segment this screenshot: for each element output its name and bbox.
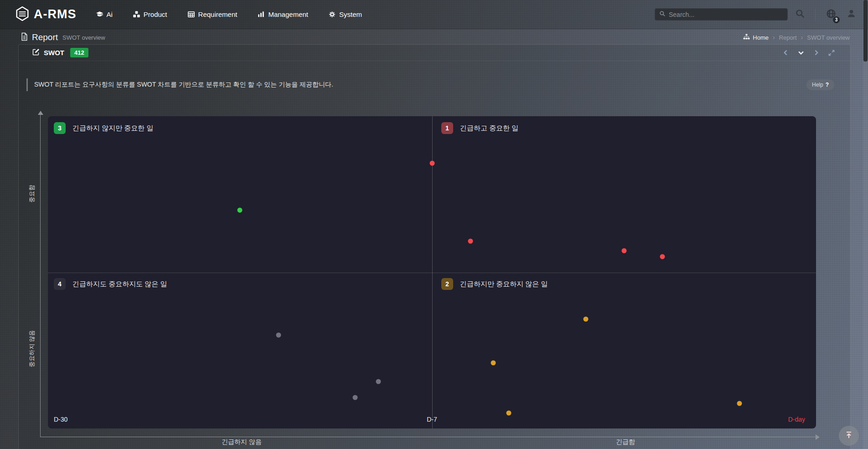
data-point-green[interactable] [238, 207, 243, 212]
bar-chart-icon [257, 10, 265, 18]
menu-label: Management [268, 10, 308, 18]
breadcrumb-current: SWOT overview [807, 34, 850, 41]
description-accent-bar [26, 78, 28, 91]
x-axis-line [40, 437, 816, 437]
quadrant-label-text: 긴급하고 중요한 일 [460, 124, 518, 133]
search-input-icon [659, 10, 666, 19]
quadrant-label-text: 긴급하지도 중요하지도 않은 일 [72, 280, 167, 289]
notification-count-badge: 3 [833, 16, 840, 23]
cogs-icon [328, 10, 336, 18]
menu-item-product[interactable]: Product [133, 10, 167, 18]
chevron-left-icon[interactable] [783, 50, 789, 56]
quadrant-label-text: 긴급하지 않지만 중요한 일 [72, 124, 154, 133]
y-axis-label-bottom: 중요하지 않음 [28, 330, 36, 367]
user-icon[interactable] [847, 9, 856, 20]
menu-item-system[interactable]: System [328, 10, 362, 18]
data-point-gray[interactable] [353, 395, 358, 400]
menu-item-management[interactable]: Management [257, 10, 308, 18]
logo-hexagon-icon [16, 6, 29, 23]
card-title-group: SWOT 412 [32, 48, 88, 57]
description-row: SWOT 리포트는 요구사항의 분류를 SWOT 차트를 기반으로 분류하고 확… [26, 77, 834, 92]
y-axis-label-top: 중요함 [28, 185, 36, 203]
breadcrumb-label: Home [753, 34, 769, 41]
logo-text: A-RMS [34, 7, 77, 21]
menu-label: Requirement [198, 10, 238, 18]
chevron-down-icon[interactable] [798, 50, 804, 56]
data-point-orange[interactable] [583, 317, 588, 322]
scrollbar-thumb[interactable] [863, 0, 868, 62]
description-text: SWOT 리포트는 요구사항의 분류를 SWOT 차트를 기반으로 분류하고 확… [34, 81, 333, 89]
breadcrumb-separator: › [773, 34, 775, 41]
quadrant-2-badge: 2 [441, 278, 453, 290]
data-point-red[interactable] [621, 248, 626, 253]
quadrant-4-badge: 4 [54, 278, 66, 290]
quadrant-1-badge: 1 [441, 122, 453, 134]
x-axis-label-left: 긴급하지 않음 [222, 438, 262, 446]
breadcrumb-report[interactable]: Report [779, 34, 797, 41]
tick-d30: D-30 [54, 416, 67, 423]
page-scrollbar[interactable] [863, 0, 868, 449]
breadcrumb-separator: › [801, 34, 803, 41]
cubes-icon [133, 10, 140, 18]
card-controls [783, 50, 835, 56]
question-mark-icon: ? [826, 82, 829, 88]
quadrant-4-label: 4 긴급하지도 중요하지도 않은 일 [54, 278, 167, 290]
page-title-group: Report SWOT overview [21, 32, 105, 43]
breadcrumb-home[interactable]: Home [743, 34, 769, 41]
swot-count-badge[interactable]: 412 [70, 48, 88, 57]
menu-label: Ai [107, 10, 113, 18]
x-axis-arrow [816, 434, 820, 440]
document-icon [21, 32, 28, 43]
data-point-gray[interactable] [376, 379, 381, 384]
help-button[interactable]: Help ? [806, 79, 834, 90]
x-axis-label-right: 긴급함 [616, 438, 635, 446]
y-axis-arrow [38, 111, 43, 115]
horizontal-divider [48, 273, 816, 273]
notification-globe-icon[interactable]: 3 [826, 8, 837, 21]
data-point-red[interactable] [429, 160, 434, 165]
data-point-orange[interactable] [737, 401, 742, 406]
menu-label: System [339, 10, 362, 18]
page-title: Report [32, 32, 58, 42]
data-point-gray[interactable] [276, 332, 281, 337]
swot-card-header: SWOT 412 [19, 45, 850, 61]
quadrant-3-label: 3 긴급하지 않지만 중요한 일 [54, 122, 154, 134]
tick-dday: D-day [788, 416, 805, 423]
graduation-cap-icon [96, 10, 103, 18]
main-menu: Ai Product Requirement Management System [96, 10, 362, 18]
search-box[interactable] [655, 8, 788, 21]
menu-item-ai[interactable]: Ai [96, 10, 113, 18]
data-point-red[interactable] [660, 254, 665, 259]
pencil-square-icon [32, 48, 40, 57]
help-label: Help [812, 82, 823, 88]
nav-divider [815, 9, 816, 21]
quadrant-1-label: 1 긴급하고 중요한 일 [441, 122, 518, 134]
navbar-right: 3 [655, 8, 856, 21]
sitemap-icon [743, 34, 750, 41]
breadcrumb: Home › Report › SWOT overview [743, 34, 850, 41]
card-title: SWOT [44, 49, 64, 57]
breadcrumb-row: Report SWOT overview Home › Report › SWO… [0, 29, 868, 46]
menu-label: Product [144, 10, 167, 18]
scroll-to-top-button[interactable] [839, 426, 859, 446]
data-point-orange[interactable] [506, 410, 512, 415]
quadrant-label-text: 긴급하지만 중요하지 않은 일 [460, 280, 548, 289]
arrow-up-icon [844, 430, 853, 441]
y-axis-line [40, 114, 41, 437]
page-subtitle: SWOT overview [62, 34, 105, 41]
quadrant-2-label: 2 긴급하지만 중요하지 않은 일 [441, 278, 548, 290]
quadrant-3-badge: 3 [54, 122, 66, 134]
data-point-orange[interactable] [491, 361, 496, 366]
top-navbar: A-RMS Ai Product Requirement Management [0, 0, 868, 29]
data-point-red[interactable] [468, 239, 473, 244]
app-logo[interactable]: A-RMS [16, 6, 77, 23]
table-icon [187, 10, 195, 18]
swot-quadrant-chart: 3 긴급하지 않지만 중요한 일 1 긴급하고 중요한 일 4 긴급하지도 중요… [48, 116, 816, 428]
menu-item-requirement[interactable]: Requirement [187, 10, 238, 18]
chevron-right-icon[interactable] [813, 50, 819, 56]
tick-d7: D-7 [427, 416, 437, 423]
search-input[interactable] [669, 11, 783, 18]
search-button-icon[interactable] [795, 9, 805, 21]
expand-icon[interactable] [828, 50, 835, 56]
